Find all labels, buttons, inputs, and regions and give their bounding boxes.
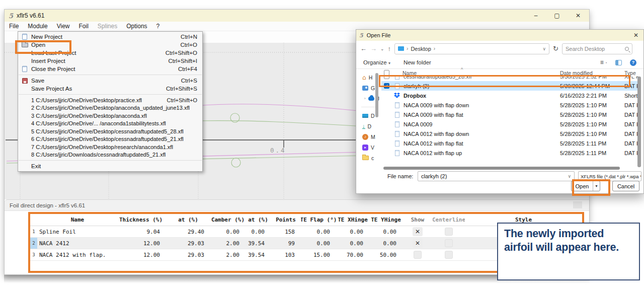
sort-caret-icon[interactable]: ^ bbox=[461, 67, 463, 72]
axis-tick-label: 0.4 bbox=[270, 147, 286, 154]
col-camber-at[interactable]: at (%) bbox=[246, 214, 271, 226]
menu-item-recent-1[interactable]: 1 C:/Users/jjric/OneDrive/Desktop/practi… bbox=[18, 96, 202, 104]
show-toggle[interactable]: ✕ bbox=[413, 227, 423, 236]
menu-item-recent-8[interactable]: 8 C:/Users/jjric/Downloads/cessnadraftup… bbox=[18, 151, 202, 159]
file-icon bbox=[395, 102, 399, 108]
menu-item-new-project[interactable]: New Project Ctrl+N bbox=[18, 33, 202, 41]
new-folder-button[interactable]: New folder bbox=[404, 59, 431, 65]
menu-item-recent-6[interactable]: 6 C:/Users/jjric/OneDrive/Desktop/cessna… bbox=[18, 135, 202, 144]
breadcrumb[interactable]: Desktop bbox=[411, 46, 431, 52]
centerline-toggle[interactable] bbox=[445, 251, 453, 259]
history-dropdown-icon[interactable]: ⌄ bbox=[380, 46, 384, 51]
list-item[interactable]: NACA 0009 with flap down 5/28/2025 1:10 … bbox=[381, 100, 640, 110]
address-bar[interactable]: › Desktop › ∨ bbox=[394, 43, 549, 54]
menu-item-recent-5[interactable]: 5 C:/Users/jjric/OneDrive/Desktop/cessna… bbox=[18, 127, 202, 135]
expand-chevron-icon[interactable]: › bbox=[364, 96, 366, 101]
col-thickness[interactable]: Thickness (%) bbox=[116, 214, 166, 226]
folder-icon bbox=[362, 156, 369, 160]
show-toggle[interactable] bbox=[414, 251, 422, 259]
col-thickness-at[interactable]: at (%) bbox=[166, 214, 210, 226]
menu-options[interactable]: Options bbox=[122, 23, 151, 30]
col-points[interactable]: Points bbox=[271, 214, 301, 226]
menu-separator bbox=[19, 160, 202, 161]
menu-splines: Splines bbox=[93, 23, 122, 30]
list-item[interactable]: NACA 0012 with flap up 5/28/2025 1:11 PM… bbox=[381, 148, 640, 158]
sidebar-item-music[interactable]: ♪ M bbox=[356, 131, 379, 142]
desktop-icon bbox=[398, 46, 404, 51]
chevron-down-icon[interactable]: ∨ bbox=[568, 174, 571, 179]
new-project-icon bbox=[22, 34, 27, 40]
preview-pane-icon[interactable] bbox=[615, 60, 622, 65]
dialog-navbar: ← → ⌄ ↑ › Desktop › ∨ ↻ Search Desktop bbox=[356, 41, 643, 56]
col-show[interactable]: Show bbox=[403, 214, 433, 226]
centerline-toggle[interactable] bbox=[445, 239, 453, 247]
file-name-label: File name: bbox=[387, 173, 413, 179]
foil-panel-titlebar: Foil direct design - xflr5 v6.61 bbox=[5, 199, 589, 211]
dialog-title: Open File bbox=[367, 32, 391, 38]
maximize-button[interactable]: ▢ bbox=[553, 12, 561, 19]
sidebar-item-videos[interactable]: ▸ V bbox=[356, 142, 379, 153]
menu-item-close-project[interactable]: Close the Project Ctrl+F4 bbox=[18, 65, 202, 73]
file-rows: cessnadraftupdated5_28.xfl 5/30/2025 2:5… bbox=[381, 77, 640, 159]
col-centerline[interactable]: Centerline bbox=[433, 214, 465, 226]
callout-box: The newly imported airfoil will appear h… bbox=[497, 223, 640, 280]
menu-item-recent-2[interactable]: 2 C:/Users/jjric/OneDrive/Desktop/anacon… bbox=[18, 104, 202, 112]
minimize-button[interactable]: – bbox=[532, 12, 540, 19]
dialog-close-button[interactable]: ✕ bbox=[633, 32, 638, 39]
save-icon bbox=[22, 78, 28, 84]
refresh-icon[interactable]: ↻ bbox=[553, 45, 558, 52]
foil-name: NACA 2412 bbox=[37, 238, 116, 249]
list-item[interactable]: Dropbox 6/16/2023 2:21 PM Shortcut bbox=[381, 91, 640, 100]
file-icon bbox=[395, 131, 399, 137]
panel-scrollbar-stub[interactable] bbox=[573, 201, 582, 208]
menu-item-insert-project[interactable]: Insert Project Ctrl+Shift+I bbox=[18, 57, 202, 65]
list-item[interactable]: NACA 0009 5/28/2025 1:10 PM DAT File bbox=[381, 119, 640, 129]
list-item[interactable]: NACA 0012 with flap flat 5/28/2025 1:11 … bbox=[381, 138, 640, 148]
menu-item-recent-3[interactable]: 3 C:/Users/jjric/OneDrive/Desktop/anacon… bbox=[18, 112, 202, 120]
search-input[interactable]: Search Desktop bbox=[562, 43, 632, 54]
file-name-input[interactable]: clarkyh (2) ∨ bbox=[418, 171, 575, 181]
help-icon[interactable]: ? bbox=[630, 59, 636, 66]
up-icon[interactable]: ↑ bbox=[388, 45, 391, 52]
cancel-button[interactable]: Cancel bbox=[612, 181, 639, 191]
control-point-lower[interactable] bbox=[231, 158, 240, 167]
menu-view[interactable]: View bbox=[52, 23, 74, 30]
dialog-titlebar: 5 Open File ✕ bbox=[356, 30, 643, 41]
sidebar-scrollbar[interactable] bbox=[375, 73, 378, 117]
col-te-xhinge[interactable]: TE XHinge bbox=[336, 214, 369, 226]
organize-button[interactable]: Organize ▾ bbox=[363, 59, 390, 65]
menu-item-recent-7[interactable]: 7 C:/Users/jjric/OneDrive/Desktop/resear… bbox=[18, 143, 202, 151]
menu-foil[interactable]: Foil bbox=[74, 23, 93, 30]
col-name[interactable]: Name bbox=[37, 214, 116, 226]
list-item[interactable]: NACA 0012 5/28/2025 1:10 PM DAT File bbox=[381, 158, 640, 159]
back-icon[interactable]: ← bbox=[360, 45, 367, 52]
close-button[interactable]: ✕ bbox=[574, 12, 582, 19]
file-icon bbox=[395, 150, 399, 156]
menu-item-exit[interactable]: Exit bbox=[18, 162, 202, 170]
menu-help[interactable]: ? bbox=[152, 23, 165, 30]
menu-module[interactable]: Module bbox=[23, 23, 52, 30]
show-toggle[interactable]: ✕ bbox=[413, 239, 423, 248]
vertical-scrollbar[interactable] bbox=[637, 77, 641, 167]
col-camber[interactable]: Camber (%) bbox=[210, 214, 246, 226]
view-list-icon[interactable]: ≡ · bbox=[600, 59, 607, 66]
list-item[interactable]: NACA 0009 with flap flat 5/28/2025 1:10 … bbox=[381, 110, 640, 119]
menu-item-recent-4[interactable]: 4 C:/Users/jjric/OneDrive/... /anaconda1… bbox=[18, 120, 202, 128]
menu-file[interactable]: File bbox=[5, 23, 23, 30]
col-te-yhinge[interactable]: TE YHinge bbox=[369, 214, 403, 226]
sidebar-item-folder[interactable]: c bbox=[356, 153, 379, 163]
search-icon bbox=[625, 47, 629, 51]
spline-upper-camber-curve bbox=[197, 104, 363, 111]
main-titlebar: 5 xflr5 v6.61 – ▢ ✕ bbox=[5, 10, 589, 22]
menu-item-save[interactable]: Save Ctrl+S bbox=[18, 77, 202, 85]
sidebar-item-downloads[interactable]: ↓ D bbox=[356, 121, 379, 131]
gallery-icon bbox=[362, 86, 368, 91]
address-dropdown-icon[interactable]: ∨ bbox=[542, 46, 546, 51]
col-te-flap[interactable]: TE Flap (°) bbox=[301, 214, 336, 226]
centerline-toggle[interactable] bbox=[445, 228, 453, 236]
forward-icon[interactable]: → bbox=[370, 45, 377, 52]
menu-item-save-project-as[interactable]: Save Project As Ctrl+Shift+S bbox=[18, 85, 202, 93]
foil-upper-curve bbox=[197, 121, 363, 126]
search-placeholder: Search Desktop bbox=[566, 46, 605, 52]
list-item[interactable]: NACA 0012 with flap down 5/28/2025 1:10 … bbox=[381, 129, 640, 138]
